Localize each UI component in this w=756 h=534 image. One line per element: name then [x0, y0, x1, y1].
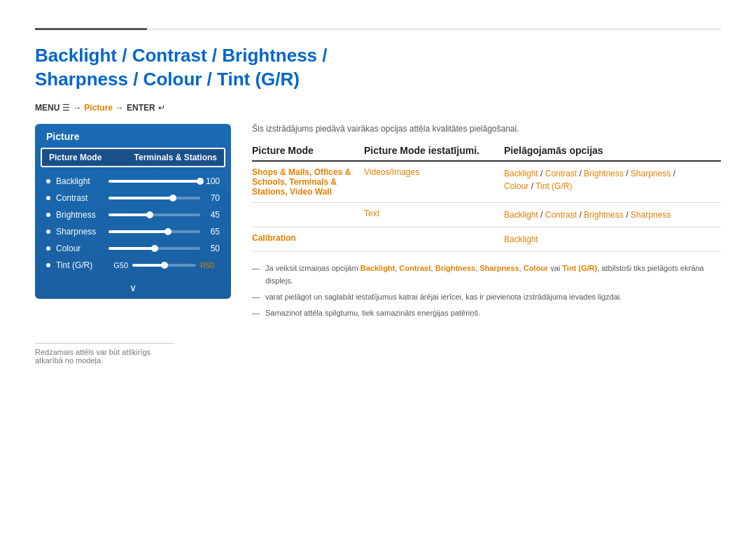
cell-options-1: Backlight / Contrast / Brightness / Shar…	[504, 167, 721, 192]
enter-label: ENTER	[127, 103, 155, 113]
cell-mode-text-3: Calibration	[252, 233, 296, 243]
slider-wrap-sharpness	[108, 230, 200, 233]
note-item-3: — Samazinot attēla spilgtumu, tiek samaz…	[252, 307, 721, 320]
cell-options-text-3: Backlight	[504, 234, 538, 244]
item-label-brightness: Brightness	[56, 210, 108, 220]
item-value-sharpness: 65	[200, 227, 220, 237]
slider-fill-tint	[132, 264, 164, 267]
main-layout: Picture Picture Mode Terminals & Station…	[35, 124, 721, 323]
col-header-setting: Picture Mode iestatījumi.	[364, 145, 504, 156]
slider-fill-colour	[108, 247, 155, 250]
tint-g-value: G50	[108, 261, 128, 269]
panel-item-tint[interactable]: Tint (G/R) G50 R50	[41, 257, 225, 274]
right-intro: Šis izstrādājums piedāvā vairākas opcija…	[252, 124, 721, 134]
menu-icon: ☰	[62, 103, 70, 113]
cell-mode-1: Shops & Malls, Offices & Schools, Termin…	[252, 167, 364, 197]
note-item-2: — varat pielāgot un saglabāt iestatījumu…	[252, 290, 721, 304]
col-header-mode: Picture Mode	[252, 145, 364, 156]
panel-mode-value: Terminals & Stations	[134, 153, 217, 162]
enter-icon: ↵	[158, 103, 165, 113]
cell-setting-2: Text	[364, 209, 504, 218]
cell-setting-text-1: Videos/Images	[364, 167, 419, 177]
note-item-1: — Ja veiksit izmaiņas opcijām Backlight,…	[252, 262, 721, 288]
note-text-1: Ja veiksit izmaiņas opcijām Backlight, C…	[265, 262, 721, 288]
slider-thumb-brightness	[146, 211, 153, 218]
title-line1: Backlight / Contrast / Brightness /	[35, 45, 328, 66]
item-value-contrast: 70	[200, 193, 220, 203]
top-line-light	[147, 29, 721, 29]
page: Backlight / Contrast / Brightness / Shar…	[0, 0, 756, 393]
note-dash-2: —	[252, 290, 260, 304]
cell-mode-text-1: Shops & Malls, Offices & Schools, Termin…	[252, 167, 351, 197]
slider-thumb-colour	[151, 245, 158, 252]
menu-label: MENU	[35, 103, 59, 113]
notes-section: — Ja veiksit izmaiņas opcijām Backlight,…	[252, 262, 721, 320]
panel-mode-label: Picture Mode	[49, 153, 102, 162]
slider-fill-contrast	[108, 197, 173, 199]
cell-options-text-1: Backlight	[504, 169, 538, 178]
cell-options-text-2: Backlight	[504, 210, 538, 220]
slider-track-colour	[108, 247, 200, 250]
panel-chevron[interactable]: ∨	[35, 279, 231, 299]
panel-item-brightness[interactable]: Brightness 45	[41, 206, 225, 223]
slider-track-contrast	[108, 197, 200, 199]
slider-thumb-sharpness	[164, 228, 172, 235]
panel-mode-row[interactable]: Picture Mode Terminals & Stations	[41, 148, 225, 167]
item-label-backlight: Backlight	[56, 176, 108, 186]
item-dot	[46, 246, 50, 251]
note-text-3: Samazinot attēla spilgtumu, tiek samazin…	[265, 307, 480, 320]
top-decoration	[35, 28, 721, 30]
main-title: Backlight / Contrast / Brightness / Shar…	[35, 44, 721, 92]
picture-panel: Picture Picture Mode Terminals & Station…	[35, 124, 231, 299]
slider-track-brightness	[108, 213, 200, 216]
right-content: Šis izstrādājums piedāvā vairākas opcija…	[252, 124, 721, 323]
table-row-3: Calibration Backlight	[252, 227, 721, 252]
slider-wrap-colour	[108, 247, 200, 250]
cell-options-3: Backlight	[504, 233, 721, 246]
panel-item-sharpness[interactable]: Sharpness 65	[41, 223, 225, 240]
cell-mode-3: Calibration	[252, 233, 364, 243]
panel-item-contrast[interactable]: Contrast 70	[41, 190, 225, 206]
slider-fill-brightness	[108, 213, 150, 216]
picture-link[interactable]: Picture	[84, 103, 113, 113]
item-dot	[46, 196, 50, 200]
arrow2: →	[115, 103, 124, 113]
item-dot	[46, 263, 50, 267]
slider-track-backlight	[108, 180, 200, 183]
item-dot	[46, 213, 50, 217]
slider-track-sharpness	[108, 230, 200, 233]
cell-setting-text-2: Text	[364, 209, 379, 218]
item-dot	[46, 179, 50, 183]
cell-options-2: Backlight / Contrast / Brightness / Shar…	[504, 209, 721, 221]
menu-path: MENU ☰ → Picture → ENTER ↵	[35, 103, 721, 113]
table-row-2: Text Backlight / Contrast / Brightness /…	[252, 203, 721, 227]
item-value-colour: 50	[200, 244, 220, 253]
item-label-colour: Colour	[56, 244, 108, 253]
slider-fill-backlight	[108, 180, 200, 183]
item-label-contrast: Contrast	[56, 193, 108, 203]
panel-item-colour[interactable]: Colour 50	[41, 240, 225, 257]
note-text-2: varat pielāgot un saglabāt iestatījumus …	[265, 290, 622, 304]
item-label-tint: Tint (G/R)	[56, 260, 108, 270]
slider-fill-sharpness	[108, 230, 168, 233]
col-header-options: Pielāgojamās opcijas	[504, 145, 721, 156]
note-dash-1: —	[252, 262, 260, 288]
slider-wrap-backlight	[108, 180, 200, 183]
slider-wrap-contrast	[108, 197, 200, 199]
arrow1: →	[73, 103, 81, 113]
item-value-brightness: 45	[200, 210, 220, 220]
table: Picture Mode Picture Mode iestatījumi. P…	[252, 145, 721, 252]
table-header: Picture Mode Picture Mode iestatījumi. P…	[252, 145, 721, 162]
top-line-dark	[35, 28, 147, 30]
tint-r-value: R50	[200, 261, 220, 269]
note-dash-3: —	[252, 307, 260, 320]
panel-title: Picture	[35, 124, 231, 148]
item-dot	[46, 230, 50, 234]
slider-thumb-backlight	[197, 178, 204, 185]
panel-item-backlight[interactable]: Backlight 100	[41, 173, 225, 190]
cell-setting-1: Videos/Images	[364, 167, 504, 177]
tint-slider-wrap: G50 R50	[108, 261, 220, 269]
slider-wrap-brightness	[108, 213, 200, 216]
item-label-sharpness: Sharpness	[56, 227, 108, 237]
slider-thumb-tint	[161, 262, 168, 269]
